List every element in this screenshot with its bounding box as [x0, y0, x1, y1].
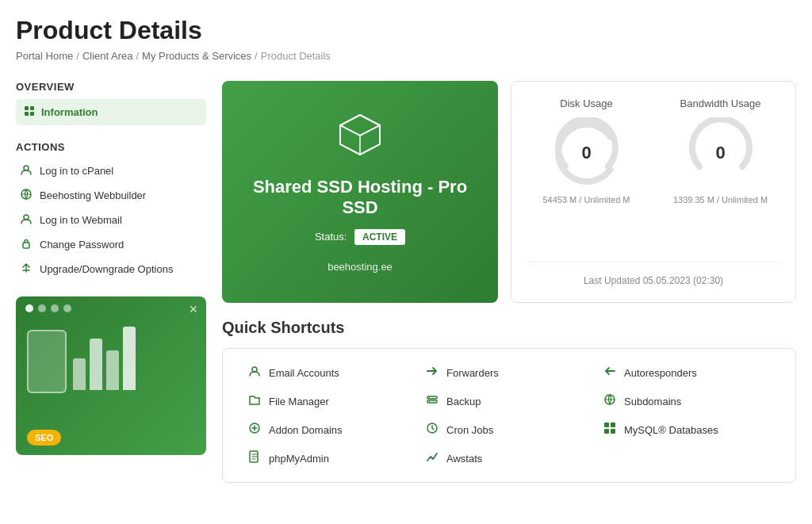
autoresponders-label: Autoresponders — [624, 367, 697, 379]
shortcuts-title: Quick Shortcuts — [222, 319, 796, 337]
svg-rect-23 — [611, 423, 615, 427]
shortcut-autoresponders[interactable]: Autoresponders — [602, 365, 772, 381]
action-cpanel[interactable]: Log in to cPanel — [16, 159, 206, 182]
top-row: Shared SSD Hosting - Pro SSD Status: ACT… — [222, 81, 796, 303]
svg-rect-15 — [427, 396, 437, 399]
promo-dot-2 — [38, 304, 46, 312]
bandwidth-value: 0 — [715, 143, 725, 163]
product-card: Shared SSD Hosting - Pro SSD Status: ACT… — [222, 81, 498, 303]
usage-row: Disk Usage 0 54453 M / Unlimited M — [527, 98, 779, 262]
shortcut-file-manager[interactable]: File Manager — [247, 393, 416, 409]
password-icon — [19, 238, 33, 251]
status-label: Status: — [315, 231, 347, 243]
main-content: Shared SSD Hosting - Pro SSD Status: ACT… — [222, 81, 796, 483]
shortcut-email-accounts[interactable]: Email Accounts — [247, 365, 416, 381]
action-webbuilder[interactable]: Beehosting Webbuilder — [16, 184, 206, 207]
action-cpanel-label: Log in to cPanel — [40, 165, 113, 177]
backup-icon — [424, 393, 440, 409]
svg-line-12 — [360, 125, 380, 136]
svg-point-4 — [24, 166, 29, 170]
disk-usage: Disk Usage 0 54453 M / Unlimited M — [527, 98, 645, 262]
svg-rect-0 — [25, 106, 29, 110]
phpmyadmin-icon — [247, 450, 262, 466]
upgrade-icon — [19, 262, 33, 276]
webmail-icon — [19, 213, 33, 227]
disk-value: 0 — [581, 143, 591, 163]
svg-rect-24 — [604, 429, 609, 434]
promo-dot-1 — [25, 304, 33, 312]
breadcrumb-my-products[interactable]: My Products & Services — [142, 50, 251, 62]
shortcut-phpmyadmin[interactable]: phpMyAdmin — [247, 450, 416, 466]
product-status: Status: ACTIVE — [315, 229, 405, 245]
action-password-label: Change Password — [40, 239, 124, 251]
page-title: Product Details — [16, 16, 796, 45]
shortcuts-grid: Email Accounts Forwarders Autoresponders — [247, 365, 772, 466]
cron-jobs-icon — [424, 422, 440, 438]
svg-marker-9 — [340, 115, 380, 136]
sidebar: Overview Information — [16, 81, 206, 483]
promo-dot-4 — [63, 304, 71, 312]
shortcuts-panel: Email Accounts Forwarders Autoresponders — [222, 348, 796, 483]
mysql-icon — [602, 422, 618, 438]
sidebar-item-information[interactable]: Information — [16, 99, 206, 125]
page-wrapper: Product Details Portal Home / Client Are… — [0, 0, 812, 499]
svg-rect-3 — [30, 112, 34, 116]
svg-rect-1 — [30, 106, 34, 110]
disk-sub: 54453 M / Unlimited M — [527, 195, 645, 205]
promo-close-button[interactable]: ✕ — [189, 303, 198, 316]
overview-title: Overview — [16, 81, 206, 93]
shortcut-awstats[interactable]: Awstats — [424, 450, 594, 466]
product-domain: beehosting.ee — [327, 261, 393, 273]
disk-gauge: 0 — [551, 117, 622, 189]
shortcut-mysql[interactable]: MySQL® Databases — [602, 422, 772, 438]
svg-rect-16 — [427, 400, 437, 403]
product-name: Shared SSD Hosting - Pro SSD — [238, 177, 482, 218]
product-icon — [336, 111, 384, 161]
forwarders-icon — [424, 365, 440, 381]
promo-seo-badge: SEO — [27, 430, 61, 446]
shortcut-addon-domains[interactable]: Addon Domains — [247, 422, 416, 438]
svg-rect-22 — [604, 423, 609, 427]
shortcut-forwarders[interactable]: Forwarders — [424, 365, 594, 381]
shortcut-cron-jobs[interactable]: Cron Jobs — [424, 422, 594, 438]
action-webmail[interactable]: Log in to Webmail — [16, 208, 206, 231]
svg-rect-25 — [611, 429, 615, 434]
svg-point-6 — [24, 215, 29, 220]
action-upgrade[interactable]: Upgrade/Downgrade Options — [16, 258, 206, 281]
bandwidth-label: Bandwidth Usage — [661, 98, 779, 109]
autoresponders-icon — [602, 365, 618, 381]
file-manager-label: File Manager — [269, 396, 329, 407]
mysql-label: MySQL® Databases — [624, 424, 718, 436]
overview-menu: Information — [16, 99, 206, 125]
bandwidth-sub: 1339.35 M / Unlimited M — [661, 195, 779, 205]
breadcrumb-current: Product Details — [261, 50, 331, 62]
cron-jobs-label: Cron Jobs — [446, 424, 493, 436]
svg-rect-2 — [25, 112, 29, 116]
webbuilder-icon — [19, 189, 33, 202]
breadcrumb-portal-home[interactable]: Portal Home — [16, 50, 73, 62]
information-icon — [24, 105, 35, 119]
svg-point-18 — [429, 401, 430, 402]
backup-label: Backup — [446, 396, 481, 407]
usage-panel: Disk Usage 0 54453 M / Unlimited M — [511, 81, 796, 303]
disk-label: Disk Usage — [527, 98, 645, 109]
bandwidth-gauge: 0 — [685, 117, 756, 189]
email-accounts-icon — [247, 365, 262, 381]
shortcut-subdomains[interactable]: Subdomains — [602, 393, 772, 409]
svg-point-14 — [252, 367, 257, 372]
last-updated: Last Updated 05.05.2023 (02:30) — [527, 262, 779, 286]
action-webbuilder-label: Beehosting Webbuilder — [40, 189, 146, 201]
breadcrumb-client-area[interactable]: Client Area — [82, 50, 133, 62]
actions-title: Actions — [16, 141, 206, 153]
addon-domains-icon — [247, 422, 262, 438]
bandwidth-usage: Bandwidth Usage 0 1339.35 M / Unlimited … — [661, 98, 779, 262]
subdomains-icon — [602, 393, 618, 409]
shortcut-backup[interactable]: Backup — [424, 393, 594, 409]
phpmyadmin-label: phpMyAdmin — [269, 453, 329, 465]
file-manager-icon — [247, 393, 262, 409]
sidebar-item-information-label: Information — [41, 106, 98, 118]
action-password[interactable]: Change Password — [16, 233, 206, 256]
action-upgrade-label: Upgrade/Downgrade Options — [40, 263, 173, 275]
svg-point-17 — [429, 397, 430, 398]
cpanel-icon — [19, 164, 33, 178]
